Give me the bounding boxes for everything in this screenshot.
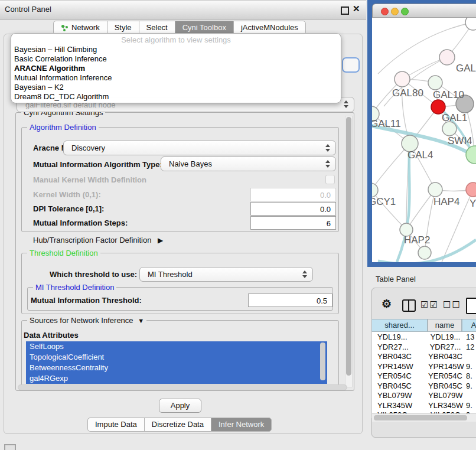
which-threshold-combobox[interactable]: MI Threshold: [139, 267, 313, 282]
table-row[interactable]: YBR043CYBR043C: [372, 351, 476, 361]
attribute-item-gal4rgexp[interactable]: gal4RGexp: [26, 373, 327, 384]
table-cell[interactable]: 8.: [466, 371, 476, 381]
table-cell[interactable]: YDR27...: [428, 342, 462, 352]
tab-discretize-data[interactable]: Discretize Data: [144, 418, 211, 432]
network-graph[interactable]: GAL2GAL80GAL10GAL1GAL11SWI4GAL4GCY1HAP4Y…: [372, 18, 476, 262]
network-node[interactable]: [465, 18, 476, 30]
table-row[interactable]: YBR045CYBR045C9.: [372, 381, 476, 391]
table-hscrollbar-thumb[interactable]: [374, 415, 467, 420]
table-cell[interactable]: YPR145W: [377, 361, 427, 371]
node-table[interactable]: YDL19...YDL19...13YDR27...YDR27...12YBR0…: [371, 332, 476, 418]
table-hscrollbar[interactable]: [372, 413, 476, 422]
settings-hscrollbar-thumb[interactable]: [18, 384, 347, 390]
tab-impute-data[interactable]: Impute Data: [87, 418, 144, 432]
minimized-panel-icon[interactable]: [4, 444, 16, 450]
data-attributes-list[interactable]: SelfLoopsTopologicalCoefficientBetweenne…: [26, 341, 327, 384]
mi-steps-input[interactable]: 6: [250, 216, 336, 230]
threshold-definition-legend: Threshold Definition: [27, 249, 100, 257]
table-row[interactable]: YDL19...YDL19...13: [372, 332, 476, 342]
sources-legend-label: Sources for Network Inference: [30, 316, 133, 325]
close-traffic-light-icon[interactable]: [381, 8, 389, 15]
table-cell[interactable]: YBL079W: [428, 390, 462, 400]
aracne-mode-combobox[interactable]: Discovery: [63, 141, 336, 155]
table-cell[interactable]: YBR043C: [428, 351, 462, 361]
table-cell[interactable]: YLR345W: [428, 400, 462, 410]
export-table-icon[interactable]: [466, 298, 476, 314]
network-node-swi4[interactable]: [442, 122, 457, 136]
table-cell[interactable]: YPR145W: [428, 361, 462, 371]
column-header-shared[interactable]: shared...: [371, 319, 428, 332]
minimize-traffic-light-icon[interactable]: [391, 8, 399, 15]
table-cell[interactable]: YBR045C: [428, 381, 462, 391]
mi-type-combobox[interactable]: Naive Bayes: [161, 156, 336, 171]
close-icon[interactable]: ✕: [353, 4, 360, 14]
table-row[interactable]: YBL079WYBL079W: [372, 390, 476, 400]
kernel-width-input[interactable]: 0.0: [250, 188, 336, 201]
table-row[interactable]: YPR145WYPR145W9.: [372, 361, 476, 371]
tab-infer-network[interactable]: Infer Network: [211, 418, 272, 432]
settings-scrollbar-thumb[interactable]: [346, 117, 351, 376]
table-cell[interactable]: YBR043C: [377, 351, 427, 361]
manual-kernel-checkbox[interactable]: [325, 175, 335, 184]
zoom-traffic-light-icon[interactable]: [401, 8, 409, 15]
table-row[interactable]: YER054CYER054C8.: [372, 371, 476, 381]
algorithm-option-bayesian-hill-climbing[interactable]: Bayesian – Hill Climbing: [11, 45, 341, 54]
attribute-item-betweennesscentrality[interactable]: BetweennessCentrality: [26, 363, 327, 373]
algorithm-combobox-edge[interactable]: [342, 57, 360, 73]
algorithm-option-mutual-information-inference[interactable]: Mutual Information Inference: [11, 73, 341, 83]
table-cell[interactable]: YDL19...: [377, 332, 427, 342]
table-cell[interactable]: YER054C: [377, 371, 427, 381]
network-node-hap4[interactable]: [428, 182, 442, 197]
network-node-label: GCY1: [372, 196, 396, 207]
mi-threshold-input[interactable]: 0.5: [248, 294, 332, 307]
data-attributes-label: Data Attributes: [24, 331, 79, 340]
hub-definition-toggle[interactable]: Hub/Transcription Factor Definition ▶: [33, 236, 163, 244]
table-cell[interactable]: YBL079W: [377, 390, 427, 400]
network-canvas[interactable]: GAL2GAL80GAL10GAL1GAL11SWI4GAL4GCY1HAP4Y…: [372, 18, 476, 262]
network-node[interactable]: [466, 146, 476, 164]
table-row[interactable]: YDR27...YDR27...12: [372, 342, 476, 352]
attribute-item-topologicalcoefficient[interactable]: TopologicalCoefficient: [26, 352, 327, 363]
network-node-gal10[interactable]: [428, 76, 442, 90]
table-cell[interactable]: 9.: [466, 400, 476, 410]
hide-columns-icon[interactable]: ☐☐: [443, 299, 461, 310]
show-columns-icon[interactable]: ☑☑: [420, 299, 439, 310]
dpi-tolerance-input[interactable]: 0.0: [250, 202, 336, 216]
table-cell[interactable]: YER054C: [428, 371, 462, 381]
table-cell[interactable]: YLR345W: [377, 400, 427, 410]
column-header-name[interactable]: name: [428, 319, 462, 332]
float-window-icon[interactable]: [341, 6, 349, 15]
mi-steps-label: Mutual Information Steps:: [33, 219, 128, 227]
attribute-item-selfloops[interactable]: SelfLoops: [26, 341, 327, 352]
algorithm-option-bayesian-k2[interactable]: Bayesian – K2: [11, 83, 341, 92]
algorithm-popup-list: Bayesian – Hill ClimbingBasic Correlatio…: [11, 45, 341, 102]
network-edge[interactable]: [372, 144, 410, 190]
table-cell[interactable]: 9.: [466, 381, 476, 391]
algorithm-option-dream8-dc-tdc-algorithm[interactable]: Dream8 DC_TDC Algorithm: [11, 92, 341, 102]
gear-icon[interactable]: ⚙: [382, 297, 392, 311]
network-node-gcy1[interactable]: [372, 183, 378, 197]
network-node-label: SWI4: [448, 135, 472, 146]
table-cell[interactable]: 13: [466, 332, 476, 342]
algorithm-option-aracne-algorithm[interactable]: ARACNE Algorithm: [11, 64, 341, 73]
network-node-gal2[interactable]: [439, 50, 455, 65]
kernel-width-label: Kernel Width (0,1):: [33, 190, 101, 199]
table-cell[interactable]: YDR27...: [377, 342, 427, 352]
table-cell[interactable]: 12: [466, 342, 476, 352]
column-layout-icon[interactable]: [402, 299, 416, 312]
network-node[interactable]: [418, 246, 431, 259]
algorithm-option-basic-correlation-inference[interactable]: Basic Correlation Inference: [11, 54, 341, 64]
table-row[interactable]: YLR345WYLR345W9.: [372, 400, 476, 410]
table-cell[interactable]: YBR045C: [377, 381, 427, 391]
network-window-titlebar[interactable]: [372, 4, 476, 18]
network-node-y[interactable]: [466, 182, 476, 197]
network-node-gal80[interactable]: [395, 71, 410, 87]
apply-button[interactable]: Apply: [159, 399, 201, 413]
table-cell[interactable]: 9.: [466, 361, 476, 371]
table-cell[interactable]: YDL19...: [428, 332, 462, 342]
column-header-a[interactable]: A: [462, 319, 476, 332]
stepper-icon: [302, 270, 308, 278]
sources-legend[interactable]: Sources for Network Inference ▼: [27, 316, 146, 325]
attribute-list-scrollbar[interactable]: [320, 343, 325, 380]
network-node-label: GAL10: [433, 89, 464, 100]
